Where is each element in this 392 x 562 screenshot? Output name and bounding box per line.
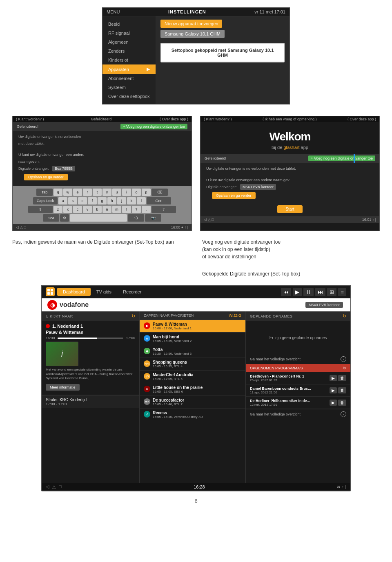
key-b[interactable]: b <box>93 206 102 213</box>
key-w[interactable]: w <box>63 189 72 196</box>
nav-dashboard[interactable]: Dashboard <box>57 288 91 296</box>
wr-save-btn[interactable]: Opslaan en ga verder <box>212 192 256 199</box>
wr-voeg-btn[interactable]: + Voeg nog een digitale ontvanger toe <box>308 155 375 161</box>
key-n[interactable]: n <box>102 206 111 213</box>
wr-input-value[interactable]: M540 PVR kantoor <box>240 184 276 190</box>
ctrl-prev[interactable]: ⏮ <box>281 288 291 296</box>
ga-naar-overzicht-2[interactable]: Ga naar het volledige overzicht › <box>246 409 350 419</box>
fav-icon-4: rt[4] <box>144 360 150 367</box>
key-t[interactable]: t <box>93 189 102 196</box>
key-g[interactable]: g <box>98 197 107 204</box>
vodafone-logo: ◑ vodafone <box>47 300 89 310</box>
congrats-bar: Gefeliciteerd! + Voeg nog een digitale o… <box>13 122 192 131</box>
menu-zenders[interactable]: Zenders <box>102 47 156 56</box>
key-123[interactable]: 123 <box>43 214 59 222</box>
home-icon[interactable]: △ <box>52 484 56 489</box>
start-button[interactable]: Start <box>277 205 302 213</box>
op-delete-3[interactable]: 🗑 <box>338 400 346 406</box>
fav-item-1[interactable]: ▶ Pauw & Witteman 16:00 - 17:00, Nederla… <box>140 320 245 333</box>
key-x[interactable]: x <box>63 206 72 213</box>
menu-icon[interactable]: □ <box>59 484 62 489</box>
key-shift-left[interactable]: ⇧ <box>28 206 53 213</box>
key-i[interactable]: i <box>122 189 131 196</box>
time-to: 17:00 <box>126 336 135 340</box>
key-smiley[interactable]: :-) <box>128 214 144 222</box>
key-v[interactable]: v <box>83 206 92 213</box>
key-shift-right[interactable]: ⇧ <box>151 206 176 213</box>
key-y[interactable]: y <box>102 189 111 196</box>
fav-item-7[interactable]: rtl7 De succesfactor 16:05 - 16:40, RTL … <box>140 396 245 409</box>
menu-beeld[interactable]: Beeld <box>102 20 156 29</box>
menu-abonnement[interactable]: Abonnement <box>102 74 156 83</box>
key-p[interactable]: p <box>142 189 151 196</box>
fav-item-4[interactable]: rt[4] Shopping queens 16:05 - 16:35, RTL… <box>140 358 245 371</box>
key-c[interactable]: c <box>73 206 82 213</box>
meer-info-button[interactable]: Meer informatie <box>46 384 80 391</box>
menu-kinderslot[interactable]: Kinderslot <box>102 56 156 64</box>
ga-naar-overzicht-1[interactable]: Ga naar het volledige overzicht › <box>246 354 350 364</box>
key-capslock[interactable]: Caps Lock <box>33 197 58 204</box>
op-play-1[interactable]: ▶ <box>330 375 337 381</box>
fav-item-5[interactable]: rt[5] MasterChef Australia 16:20 - 17:05… <box>140 371 245 383</box>
input-value[interactable]: Box 7955B <box>52 166 75 171</box>
ctrl-pause[interactable]: ⏸ <box>303 288 314 296</box>
fav-item-8[interactable]: √ Recess 16:05 - 16:30, Veronica/Disney … <box>140 409 245 421</box>
menu-apparaten[interactable]: Apparaten ▶ <box>102 64 156 74</box>
key-ger[interactable]: Ger. <box>147 197 171 204</box>
key-tab[interactable]: Tab <box>36 189 53 196</box>
op-play-3[interactable]: ▶ <box>330 400 337 406</box>
key-j[interactable]: j <box>117 197 126 204</box>
key-s[interactable]: s <box>68 197 77 204</box>
fav-item-6[interactable]: 6 Little house on the prairie 16:05 - 17… <box>140 383 245 396</box>
ctrl-grid[interactable]: ⊞ <box>327 288 336 296</box>
refresh-opgenomen-icon[interactable]: ↻ <box>343 366 346 370</box>
device-button[interactable]: Samsung Galaxy 10.1 GHM <box>160 30 225 38</box>
key-d[interactable]: d <box>78 197 87 204</box>
nav-tv-gids[interactable]: TV gids <box>91 288 117 296</box>
op-delete-1[interactable]: 🗑 <box>338 375 346 381</box>
key-exclaim[interactable]: ! <box>122 206 131 213</box>
nav-recorder[interactable]: Recorder <box>117 288 147 296</box>
key-f[interactable]: f <box>88 197 97 204</box>
key-k[interactable]: k <box>127 197 136 204</box>
key-settings[interactable]: ⚙ <box>60 214 69 222</box>
settings-menu: Beeld RF signaal Algemeen Zenders Kinder… <box>102 16 156 104</box>
key-z[interactable]: z <box>53 206 62 213</box>
key-m[interactable]: m <box>112 206 121 213</box>
key-space[interactable] <box>70 214 127 222</box>
fav-item-3[interactable]: ◆ Yotta 16:25 - 16:50, Nederland 3 <box>140 345 245 358</box>
key-h[interactable]: h <box>107 197 116 204</box>
key-camera[interactable]: 📷 <box>145 214 161 222</box>
menu-algemeen[interactable]: Algemeen <box>102 38 156 47</box>
op-title-3: De Berliner Philharmoniker in de... <box>250 399 330 403</box>
key-a[interactable]: a <box>58 197 67 204</box>
geen-geplande-msg: Er zijn geen geplande opnames <box>270 335 327 340</box>
back-icon[interactable]: ◁ <box>46 484 49 489</box>
voeg-btn[interactable]: + Voeg nog een digitale ontvanger toe <box>120 124 187 129</box>
keyboard: Tab q w e r t y u i o p ⌫ Caps Lock a s … <box>13 186 192 224</box>
key-dot[interactable]: . <box>142 206 151 213</box>
ctrl-menu[interactable]: ≡ <box>338 288 346 296</box>
op-delete-2[interactable]: 🗑 <box>338 387 346 393</box>
menu-rf[interactable]: RF signaal <box>102 29 156 38</box>
menu-over[interactable]: Over deze settopbox <box>102 92 156 101</box>
key-backspace[interactable]: ⌫ <box>151 189 168 196</box>
wijzig-button[interactable]: Wijzig <box>229 313 242 318</box>
fav-item-2[interactable]: e Man bijt hond 16:05 - 16:35, Nederland… <box>140 333 245 345</box>
add-device-button[interactable]: Nieuw apparaat toevoegen <box>160 20 222 28</box>
key-question[interactable]: ? <box>132 206 141 213</box>
ctrl-play[interactable]: ▶ <box>293 288 302 296</box>
key-q[interactable]: q <box>53 189 62 196</box>
key-o[interactable]: o <box>132 189 141 196</box>
app-main: U KIJKT NAAR ↻ 1. Nederland 1 Pauw & Wit… <box>42 311 350 483</box>
key-e[interactable]: e <box>73 189 82 196</box>
refresh-left-icon[interactable]: ↻ <box>131 313 136 319</box>
save-btn[interactable]: Opslaan en ga verder <box>24 174 68 180</box>
key-r[interactable]: r <box>83 189 92 196</box>
key-l[interactable]: l <box>137 197 146 204</box>
ctrl-next[interactable]: ⏭ <box>315 288 325 296</box>
menu-systeem[interactable]: Systeem <box>102 83 156 92</box>
refresh-right-icon[interactable]: ↻ <box>343 313 347 319</box>
op-play-2[interactable]: ▶ <box>330 387 337 393</box>
key-u[interactable]: u <box>112 189 121 196</box>
